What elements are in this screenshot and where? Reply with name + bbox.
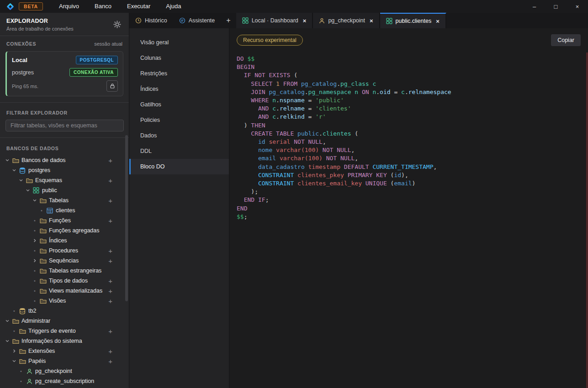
- code-line: JOIN pg_catalog.pg_namespace n ON n.oid …: [237, 88, 581, 96]
- chevron-right-icon[interactable]: [11, 349, 18, 353]
- lock-button[interactable]: [106, 80, 118, 92]
- add-item-button[interactable]: +: [108, 157, 112, 164]
- db-tan-icon: [18, 308, 27, 315]
- sidebar-scrollbar[interactable]: [125, 135, 128, 301]
- folder-icon: [38, 218, 48, 224]
- tree-item-label: Bancos de dados: [21, 157, 66, 163]
- tree-item-clientes[interactable]: •clientes: [0, 205, 129, 215]
- engine-badge: POSTGRESQL: [76, 56, 118, 64]
- tab-close-icon[interactable]: ×: [303, 17, 307, 24]
- code-scrollbar[interactable]: [586, 52, 588, 388]
- tree-item-label: tb2: [28, 308, 36, 314]
- tree-item-label: Informações do sistema: [21, 338, 82, 344]
- chevron-down-icon[interactable]: [11, 168, 18, 173]
- copy-button[interactable]: Copiar: [551, 34, 581, 46]
- menu-executar[interactable]: Executar: [119, 0, 158, 13]
- tab-assistente[interactable]: Assistente: [173, 13, 221, 28]
- chevron-down-icon[interactable]: [17, 178, 25, 183]
- tree-item-administrar[interactable]: Administrar: [0, 316, 129, 326]
- connection-card[interactable]: Local POSTGRESQL postgres CONEXÃO ATIVA …: [5, 51, 123, 96]
- tree-item-triggers-de-evento[interactable]: •Triggers de evento+: [0, 326, 129, 336]
- code-line: END: [237, 204, 581, 213]
- tree-item-pg-database-owner[interactable]: •pg_database_owner: [0, 386, 129, 388]
- nav-item-colunas[interactable]: Colunas: [129, 50, 229, 66]
- tree-bullet: •: [31, 228, 38, 233]
- add-item-button[interactable]: +: [108, 328, 112, 335]
- tree-item-fun-es-agregadas[interactable]: •Funções agregadas: [0, 225, 129, 236]
- tree-item-label: pg_create_subscription: [35, 378, 94, 384]
- tab-hist-rico[interactable]: Histórico: [129, 13, 173, 28]
- gear-icon[interactable]: [113, 20, 122, 31]
- nav-item-bloco-do[interactable]: Bloco DO: [129, 159, 229, 174]
- add-item-button[interactable]: +: [108, 217, 112, 224]
- tree-item-esquemas[interactable]: Esquemas+: [0, 175, 129, 185]
- chevron-right-icon[interactable]: [31, 258, 38, 263]
- chevron-down-icon[interactable]: [4, 319, 11, 323]
- tree-item-postgres[interactable]: postgres: [0, 165, 129, 175]
- menu-arquivo[interactable]: Arquivo: [51, 0, 87, 13]
- tree-item-tipos-de-dados[interactable]: •Tipos de dados+: [0, 276, 129, 286]
- tree-item-tabelas-estrangeiras[interactable]: •Tabelas estrangeiras: [0, 266, 129, 276]
- tree-item-fun-es[interactable]: •Funções+: [0, 215, 129, 225]
- add-item-button[interactable]: +: [108, 257, 112, 264]
- menu-banco[interactable]: Banco: [87, 0, 119, 13]
- sql-code-block[interactable]: DO $$BEGIN IF NOT EXISTS ( SELECT 1 FROM…: [237, 55, 581, 221]
- nav-item-vis-o-geral[interactable]: Visão geral: [129, 35, 229, 50]
- tree-item-public[interactable]: public: [0, 185, 129, 195]
- tab-close-icon[interactable]: ×: [370, 17, 373, 24]
- tab-public-clientes[interactable]: public.clientes×: [380, 13, 446, 28]
- new-tab-button[interactable]: +: [221, 13, 236, 28]
- tree-item-vis-es[interactable]: •Visões+: [0, 296, 129, 306]
- add-item-button[interactable]: +: [108, 177, 112, 184]
- add-item-button[interactable]: +: [108, 348, 112, 355]
- tab-label: public.clientes: [396, 18, 432, 24]
- tree-item-ndices[interactable]: Índices: [0, 236, 129, 246]
- maximize-button[interactable]: □: [545, 0, 567, 13]
- tree-item-procedures[interactable]: •Procedures+: [0, 246, 129, 256]
- nav-item-policies[interactable]: Policies: [129, 112, 229, 128]
- tab-local-dashboard[interactable]: Local · Dashboard×: [236, 13, 313, 28]
- tab-close-icon[interactable]: ×: [436, 18, 440, 25]
- nav-item-gatilhos[interactable]: Gatilhos: [129, 97, 229, 112]
- nav-item-ddl[interactable]: DDL: [129, 143, 229, 159]
- chevron-down-icon[interactable]: [4, 339, 11, 343]
- chevron-down-icon[interactable]: [4, 158, 11, 163]
- tree-item-pg-checkpoint[interactable]: •pg_checkpoint: [0, 366, 129, 376]
- tree-item-label: clientes: [56, 207, 75, 214]
- tree-bullet: •: [31, 218, 38, 223]
- tab-pg-checkpoint[interactable]: pg_checkpoint×: [313, 13, 380, 28]
- tree-item-pap-is[interactable]: Papéis+: [0, 356, 129, 366]
- do-block-panel: Recurso experimental Copiar DO $$BEGIN I…: [229, 28, 588, 388]
- add-item-button[interactable]: +: [108, 278, 112, 284]
- add-item-button[interactable]: +: [108, 288, 112, 294]
- tree-item-pg-create-subscription[interactable]: •pg_create_subscription: [0, 376, 129, 386]
- tree-bullet: •: [31, 278, 38, 283]
- minimize-button[interactable]: –: [524, 0, 545, 13]
- tree-item-tb2[interactable]: •tb2: [0, 306, 129, 316]
- add-item-button[interactable]: +: [108, 247, 112, 254]
- tree-item-views-materializadas[interactable]: •Views materializadas+: [0, 286, 129, 296]
- add-item-button[interactable]: +: [108, 197, 112, 204]
- tree-bullet: •: [31, 288, 38, 294]
- connections-header: CONEXÕES sessão atual: [0, 36, 129, 49]
- chevron-down-icon[interactable]: [24, 188, 32, 193]
- tree-item-bancos-de-dados[interactable]: Bancos de dados+: [0, 155, 129, 165]
- tree-item-sequ-ncias[interactable]: Sequências+: [0, 256, 129, 266]
- chevron-right-icon[interactable]: [31, 238, 38, 243]
- nav-item-ndices[interactable]: Índices: [129, 81, 229, 97]
- folder-icon: [38, 258, 48, 264]
- detail-nav: Visão geralColunasRestriçõesÍndicesGatil…: [129, 28, 229, 388]
- nav-item-restri-es[interactable]: Restrições: [129, 66, 229, 81]
- filter-input[interactable]: [5, 120, 124, 131]
- nav-item-dados[interactable]: Dados: [129, 128, 229, 143]
- add-item-button[interactable]: +: [108, 298, 112, 304]
- tree-item-tabelas[interactable]: Tabelas+: [0, 195, 129, 205]
- add-item-button[interactable]: +: [108, 358, 112, 365]
- chevron-down-icon[interactable]: [11, 359, 18, 363]
- tree-item-extens-es[interactable]: Extensões+: [0, 346, 129, 356]
- chevron-down-icon[interactable]: [31, 198, 38, 203]
- tree-item-label: Esquemas: [35, 177, 62, 184]
- close-button[interactable]: ×: [567, 0, 588, 13]
- tree-item-informa-es-do-sistema[interactable]: Informações do sistema: [0, 336, 129, 346]
- menu-ajuda[interactable]: Ajuda: [158, 0, 189, 13]
